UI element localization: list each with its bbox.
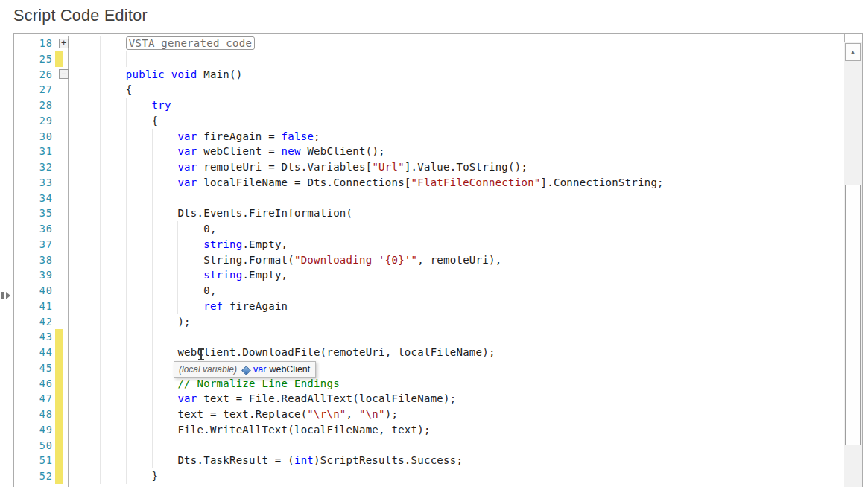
code-line[interactable]: File.WriteAllText(localFileName, text);: [100, 422, 431, 438]
editor-row: 18+ VSTA generated code: [14, 36, 843, 51]
code-line[interactable]: {: [100, 82, 133, 98]
line-number: 32: [14, 159, 53, 175]
fold-expand-icon[interactable]: +: [59, 39, 69, 48]
line-number: 27: [14, 82, 53, 98]
code-rows: 18+ VSTA generated code2526− public void…: [14, 36, 843, 484]
indent-guide: [100, 329, 101, 345]
code-line[interactable]: {: [100, 113, 158, 129]
scrollbar-splitter-box[interactable]: [844, 34, 862, 42]
editor-row: 45: [14, 360, 843, 376]
editor-row: 25: [14, 51, 843, 67]
editor-row: 35 Dts.Events.FireInformation(: [14, 206, 843, 221]
editor-row: 36 0,: [14, 221, 843, 237]
indent-guide: [100, 360, 101, 376]
code-line[interactable]: Dts.Events.FireInformation(: [100, 206, 352, 221]
code-line[interactable]: string.Empty,: [100, 267, 288, 283]
line-number: 29: [14, 113, 53, 129]
change-tracking-marker: [55, 360, 63, 376]
code-line[interactable]: );: [100, 314, 191, 330]
panel-expander-icon[interactable]: [1, 290, 12, 301]
line-number: 45: [14, 360, 53, 376]
vertical-scrollbar[interactable]: ▲: [844, 34, 862, 487]
code-line[interactable]: public void Main(): [100, 67, 242, 83]
tooltip-context-label: (local variable): [179, 364, 237, 375]
line-number: 37: [14, 237, 53, 252]
editor-row: 42 );: [14, 314, 843, 330]
scroll-up-button[interactable]: ▲: [845, 43, 861, 61]
editor-row: 29 {: [14, 113, 843, 129]
change-tracking-marker: [55, 438, 63, 453]
code-line[interactable]: webClient.DownloadFile(remoteUri, localF…: [100, 345, 495, 360]
editor-row: 47 var text = File.ReadAllText(localFile…: [14, 391, 843, 407]
code-line[interactable]: 0,: [100, 221, 217, 237]
code-line[interactable]: Dts.TaskResult = (int)ScriptResults.Succ…: [100, 453, 463, 468]
tooltip-keyword: var: [253, 364, 266, 375]
editor-row: 44 webClient.DownloadFile(remoteUri, loc…: [14, 345, 843, 360]
indent-guide: [126, 51, 127, 67]
editor-row: 28 try: [14, 98, 843, 113]
editor-row: 50: [14, 438, 843, 453]
indent-guide: [100, 438, 101, 453]
indent-guide: [126, 191, 127, 206]
change-tracking-marker: [55, 345, 63, 360]
code-line[interactable]: string.Empty,: [100, 237, 288, 252]
line-number: 40: [14, 283, 53, 299]
code-line[interactable]: var localFileName = Dts.Connections["Fla…: [100, 175, 664, 191]
line-number: 52: [14, 468, 53, 484]
editor-row: 46 // Normalize Line Endings: [14, 376, 843, 392]
code-line[interactable]: String.Format("Downloading '{0}'", remot…: [100, 252, 501, 268]
indent-guide: [152, 360, 153, 376]
editor-row: 40 0,: [14, 283, 843, 299]
ibeam-cursor-icon: [198, 348, 204, 360]
chevron-right-icon: [6, 292, 10, 299]
line-number: 50: [14, 438, 53, 453]
code-editor[interactable]: 18+ VSTA generated code2526− public void…: [13, 33, 863, 487]
code-line[interactable]: var text = File.ReadAllText(localFileNam…: [100, 391, 456, 407]
line-number: 26: [14, 67, 53, 83]
tooltip-variable-name: webClient: [269, 364, 310, 375]
change-tracking-marker: [55, 468, 63, 484]
indent-guide: [152, 191, 153, 206]
line-number: 39: [14, 267, 53, 283]
line-number: 33: [14, 175, 53, 191]
code-line[interactable]: try: [100, 98, 171, 113]
line-number: 47: [14, 391, 53, 407]
scrollbar-thumb[interactable]: [845, 185, 861, 445]
line-number: 41: [14, 299, 53, 314]
line-number: 38: [14, 252, 53, 268]
code-line[interactable]: 0,: [100, 283, 217, 299]
change-tracking-marker: [55, 453, 63, 468]
fold-collapse-icon[interactable]: −: [59, 69, 69, 79]
line-number: 31: [14, 144, 53, 159]
local-variable-icon: [241, 366, 250, 374]
code-line[interactable]: }: [100, 468, 158, 484]
code-line[interactable]: var webClient = new WebClient();: [100, 144, 385, 159]
code-line[interactable]: VSTA generated code: [100, 36, 255, 51]
line-number: 43: [14, 329, 53, 345]
line-number: 36: [14, 221, 53, 237]
line-number: 35: [14, 206, 53, 221]
code-line[interactable]: ref fireAgain: [100, 299, 288, 314]
code-line[interactable]: var fireAgain = false;: [100, 129, 320, 144]
line-number: 51: [14, 453, 53, 468]
editor-row: 43: [14, 329, 843, 345]
page-title: Script Code Editor: [13, 7, 148, 25]
editor-row: 34: [14, 191, 843, 206]
editor-row: 26− public void Main(): [14, 67, 843, 83]
line-number: 46: [14, 376, 53, 392]
line-number: 48: [14, 407, 53, 422]
code-line[interactable]: var remoteUri = Dts.Variables["Url"].Val…: [100, 159, 528, 175]
editor-row: 37 string.Empty,: [14, 237, 843, 252]
scroll-up-arrow-icon: ▲: [849, 48, 856, 56]
indent-guide: [100, 191, 101, 206]
code-line[interactable]: text = text.Replace("\r\n", "\n");: [100, 407, 398, 422]
line-number: 34: [14, 191, 53, 206]
line-number: 28: [14, 98, 53, 113]
line-number: 42: [14, 314, 53, 330]
editor-row: 51 Dts.TaskResult = (int)ScriptResults.S…: [14, 453, 843, 468]
collapsed-region-box[interactable]: VSTA generated code: [126, 36, 255, 50]
editor-row: 31 var webClient = new WebClient();: [14, 144, 843, 159]
panel-expander-bar: [1, 292, 4, 299]
indent-guide: [152, 329, 153, 345]
code-line[interactable]: // Normalize Line Endings: [100, 376, 340, 392]
